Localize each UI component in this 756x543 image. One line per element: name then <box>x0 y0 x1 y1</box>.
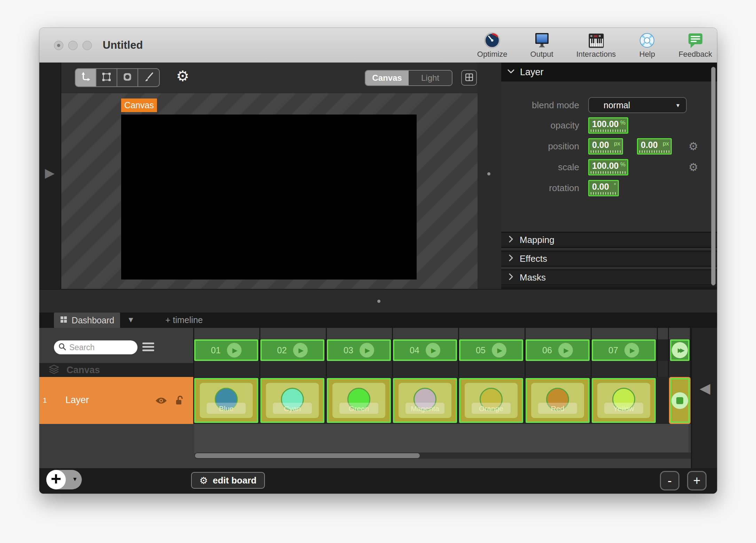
canvas-surface[interactable] <box>121 115 417 280</box>
column-header-button[interactable]: 07 ▶ <box>592 339 656 361</box>
column-header-button[interactable]: 01 ▶ <box>194 339 258 361</box>
gauge-icon <box>484 31 501 49</box>
inspector-scrollbar[interactable] <box>711 67 716 285</box>
column-header-button[interactable]: 04 ▶ <box>393 339 457 361</box>
media-name: Green <box>332 404 385 413</box>
layer-row[interactable]: 1 Layer <box>39 377 193 424</box>
play-all-columns-button[interactable]: ▶▶ <box>670 339 690 361</box>
rotation-field[interactable]: 0.00 ° <box>588 180 619 196</box>
column-header-button[interactable]: 02 ▶ <box>260 339 324 361</box>
inspector-bottom-strip <box>501 286 717 289</box>
mask-tool-button[interactable] <box>117 69 138 86</box>
transform-tool-button[interactable] <box>96 69 117 86</box>
media-cell[interactable]: Magenta <box>393 378 457 423</box>
board-menu-button[interactable] <box>142 343 154 353</box>
collapse-right-arrow[interactable]: ◀ <box>700 380 710 396</box>
chevron-right-icon <box>509 273 513 282</box>
scale-field[interactable]: 100.00 % <box>588 159 628 175</box>
column-number: 03 <box>344 345 353 355</box>
canvas-label[interactable]: Canvas <box>121 99 157 112</box>
close-dot-icon <box>57 44 60 47</box>
media-cell[interactable]: Blue <box>194 378 258 423</box>
column-header-button[interactable]: 06 ▶ <box>526 339 590 361</box>
view-toggle-light[interactable]: Light <box>409 71 452 85</box>
media-name: Cyan <box>266 404 319 413</box>
grid-view-button[interactable] <box>461 70 477 86</box>
layer-unlock-icon[interactable] <box>175 395 184 408</box>
brush-tool-button[interactable] <box>138 69 159 86</box>
media-cell[interactable]: Cyan <box>260 378 324 423</box>
layer-visibility-eye-icon[interactable] <box>155 396 167 407</box>
zoom-in-button[interactable]: + <box>687 471 707 490</box>
dashboard-tab-menu-caret[interactable]: ▼ <box>127 315 135 324</box>
feedback-button[interactable]: Feedback <box>678 31 712 59</box>
ruler-ticks <box>591 171 626 174</box>
search-box <box>54 340 137 354</box>
add-media-button[interactable]: + ▼ <box>46 470 82 489</box>
brush-icon <box>143 71 155 84</box>
position-settings-gear-icon[interactable]: ⚙ <box>688 140 698 152</box>
scale-settings-gear-icon[interactable]: ⚙ <box>688 161 698 173</box>
column-header-button[interactable]: 03 ▶ <box>327 339 391 361</box>
stop-layer-button[interactable] <box>670 378 690 423</box>
opacity-field[interactable]: 100.00 % <box>588 117 628 134</box>
window-minimize-button[interactable] <box>68 41 78 50</box>
canvas-settings-gear-icon[interactable]: ⚙ <box>176 68 189 85</box>
opacity-row: opacity 100.00 % <box>501 117 717 134</box>
optimize-button[interactable]: Optimize <box>477 31 507 59</box>
column-number: 04 <box>410 345 419 355</box>
media-cell[interactable]: Yellow <box>592 378 656 423</box>
canvas-toolbar: ⚙ Canvas Light <box>61 63 478 93</box>
horizontal-splitter <box>39 289 717 313</box>
help-button[interactable]: Help <box>639 31 655 59</box>
play-icon: ▶ <box>426 343 440 357</box>
dashboard-tabbar: Dashboard ▼ + timeline <box>39 313 717 328</box>
position-y-field[interactable]: 0.00 px <box>637 138 672 155</box>
board-empty-area <box>194 424 688 453</box>
media-thumbnail: Yellow <box>597 383 650 418</box>
view-toggle-canvas[interactable]: Canvas <box>365 71 409 85</box>
mapping-section-header[interactable]: Mapping <box>501 232 717 248</box>
window-zoom-button[interactable] <box>82 41 92 50</box>
window-close-button[interactable] <box>54 41 63 50</box>
media-thumbnail: Magenta <box>399 383 451 418</box>
media-thumbnail: Red <box>531 383 584 418</box>
column-filter-band <box>193 361 694 377</box>
tab-dashboard[interactable]: Dashboard <box>54 313 120 328</box>
effects-section-header[interactable]: Effects <box>501 251 717 267</box>
blend-mode-dropdown[interactable]: normal ▼ <box>588 97 687 113</box>
output-button[interactable]: Output <box>530 31 553 59</box>
scrollbar-thumb[interactable] <box>195 453 420 458</box>
dashboard-panel: Canvas 1 Layer 01 ▶ 02 ▶ 03 ▶ 04 <box>39 328 717 468</box>
media-name: Orange <box>465 404 518 413</box>
masks-section-header[interactable]: Masks <box>501 269 717 285</box>
column-separator <box>657 328 658 377</box>
canvas-group-row[interactable]: Canvas <box>39 363 193 377</box>
move-tool-button[interactable] <box>76 69 96 86</box>
add-timeline-button[interactable]: + timeline <box>165 315 203 325</box>
interactions-button[interactable]: Interactions <box>576 31 616 59</box>
zoom-out-button[interactable]: - <box>660 471 679 490</box>
expand-left-panel-arrow[interactable]: ▶ <box>45 166 55 180</box>
layer-section-header[interactable]: Layer <box>501 63 717 81</box>
plus-icon: + <box>46 470 66 489</box>
media-cell[interactable]: Green <box>327 378 391 423</box>
position-x-field[interactable]: 0.00 px <box>588 138 623 155</box>
column-number: 07 <box>608 345 618 355</box>
dashboard-resize-handle[interactable] <box>377 300 380 303</box>
media-cell[interactable]: Orange <box>459 378 523 423</box>
search-input[interactable] <box>69 343 128 352</box>
blend-mode-row: blend mode normal ▼ <box>501 97 717 113</box>
media-thumbnail: Cyan <box>266 383 319 418</box>
lifebuoy-icon <box>639 31 655 49</box>
column-separator <box>668 328 669 377</box>
horizontal-scrollbar[interactable] <box>194 452 695 459</box>
column-number: 01 <box>211 345 221 355</box>
edit-board-button[interactable]: ⚙ edit board <box>191 472 265 489</box>
inspector-resize-handle[interactable] <box>487 172 490 175</box>
column-header-button[interactable]: 05 ▶ <box>459 339 523 361</box>
play-icon: ▶ <box>558 343 573 357</box>
media-cell[interactable]: Red <box>526 378 590 423</box>
monitor-icon <box>533 31 551 49</box>
layer-index: 1 <box>43 396 47 404</box>
